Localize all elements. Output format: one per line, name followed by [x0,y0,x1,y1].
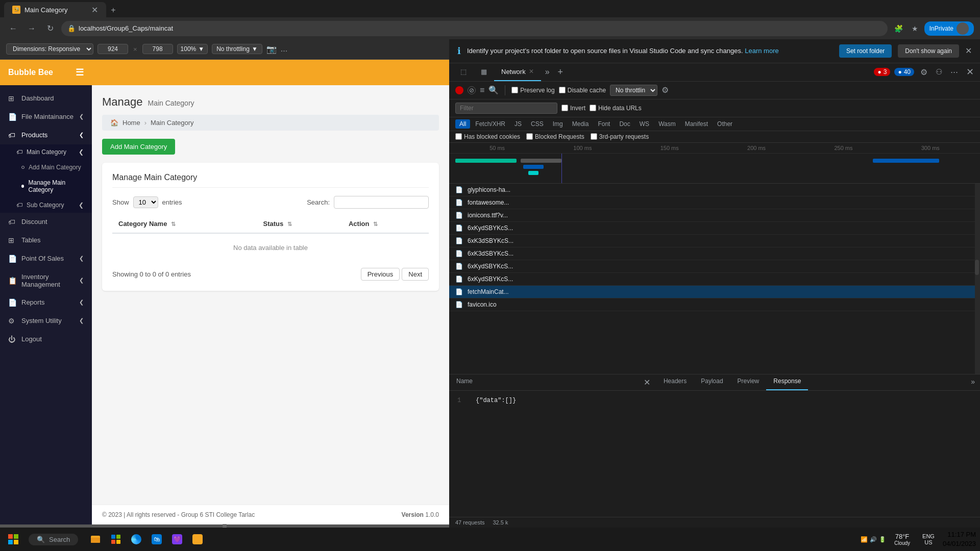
detail-close-icon[interactable]: ✕ [638,374,656,390]
type-btn-img[interactable]: Img [549,119,567,129]
address-bar[interactable]: 🔒 localhost/Group6_Caps/maincat [61,21,888,36]
col-category-name[interactable]: Category Name ⇅ [112,215,257,233]
filter-icon[interactable]: ≡ [480,86,484,95]
viewport-height-input[interactable] [142,44,173,54]
invert-input[interactable] [561,105,568,111]
active-tab[interactable]: 🐝 Main Category ✕ [4,2,106,17]
file-item-ionicons[interactable]: 📄 ionicons.ttf?v... [449,209,980,222]
sidebar-item-logout[interactable]: ⏻ Logout [0,330,92,348]
third-party-filter[interactable]: 3rd-party requests [591,133,649,140]
detail-tab-name[interactable]: Name [449,374,480,390]
devtools-close-icon[interactable]: ✕ [964,66,976,78]
throttle-selector[interactable]: No throttling ▼ [212,44,262,54]
invert-checkbox[interactable]: Invert [561,105,585,112]
has-blocked-cookies[interactable]: Has blocked cookies [455,133,520,140]
sidebar-item-sub-category[interactable]: 🏷 Sub Category ❮ [0,197,92,213]
file-item-6xkyd3[interactable]: 📄 6xKydSBYKcS... [449,273,980,286]
taskbar-search-bar[interactable]: 🔍 Search [29,534,78,545]
col-action[interactable]: Action ⇅ [342,215,429,233]
type-btn-fetch[interactable]: Fetch/XHR [471,119,509,129]
sidebar-item-discount[interactable]: 🏷 Discount [0,213,92,231]
search-input[interactable] [334,196,429,209]
tab-close-icon[interactable]: ✕ [91,5,98,15]
more-tabs-icon[interactable]: » [541,67,554,77]
devtools-settings-icon[interactable]: ⚙ [918,67,929,77]
type-btn-all[interactable]: All [455,119,470,129]
file-item-6xkyd1[interactable]: 📄 6xKydSBYKcS... [449,222,980,235]
record-button[interactable] [455,86,463,94]
blocked-requests-filter[interactable]: Blocked Requests [526,133,584,140]
scrollbar-thumb[interactable] [975,260,979,275]
detail-expand-icon[interactable]: » [966,374,980,390]
detail-tab-payload[interactable]: Payload [694,374,730,390]
type-btn-wasm[interactable]: Wasm [654,119,680,129]
type-btn-doc[interactable]: Doc [615,119,634,129]
filter-input[interactable] [455,103,557,114]
network-tab-close[interactable]: ✕ [529,68,534,75]
refresh-button[interactable]: ↻ [43,21,57,36]
preserve-log-input[interactable] [511,87,518,93]
sidebar-item-main-category[interactable]: 🏷 Main Category ❮ [0,144,92,160]
file-item-6xkyd2[interactable]: 📄 6xKydSBYKcS... [449,260,980,273]
sidebar-item-inventory[interactable]: 📋 Inventory Management ❮ [0,268,92,293]
sidebar-item-manage-main-cat[interactable]: Manage Main Category [0,175,92,197]
start-button[interactable] [4,530,22,548]
file-item-6xk3d1[interactable]: 📄 6xK3dSBYKcS... [449,235,980,247]
next-button[interactable]: Next [402,268,429,281]
tab-network[interactable]: Network ✕ [494,63,541,81]
viewport-width-input[interactable] [97,44,128,54]
taskbar-icon-extra[interactable] [188,530,207,548]
inprivate-button[interactable]: InPrivate [924,21,974,36]
taskbar-icon-vs[interactable]: 💜 [168,530,186,548]
back-button[interactable]: ← [6,21,20,36]
detail-tab-preview[interactable]: Preview [730,374,767,390]
file-item-fetchmaincat[interactable]: 📄 fetchMainCat... [449,286,980,298]
breadcrumb-home[interactable]: Home [122,119,140,127]
has-blocked-input[interactable] [455,133,462,140]
dimensions-select[interactable]: Dimensions: Responsive [6,43,93,55]
taskbar-icon-apps[interactable] [107,530,125,548]
throttle-dropdown[interactable]: No throttlin [610,85,657,96]
hide-data-urls-input[interactable] [590,105,596,111]
disable-cache-checkbox[interactable]: Disable cache [559,87,606,94]
type-btn-manifest[interactable]: Manifest [681,119,712,129]
network-gear-icon[interactable]: ⚙ [662,85,669,95]
sidebar-item-products[interactable]: 🏷 Products ❮ [0,126,92,144]
type-btn-js[interactable]: JS [510,119,526,129]
favorites-button[interactable]: ★ [908,21,922,36]
type-btn-css[interactable]: CSS [527,119,548,129]
extensions-button[interactable]: 🧩 [892,21,906,36]
search-icon[interactable]: 🔍 [488,85,499,95]
new-tab-button[interactable]: + [106,3,120,17]
file-item-fontawesome[interactable]: 📄 fontawesome... [449,196,980,209]
hamburger-icon[interactable]: ☰ [76,67,84,78]
vscode-close-icon[interactable]: ✕ [965,46,972,56]
set-root-folder-button[interactable]: Set root folder [839,44,892,58]
scrollbar-track[interactable] [975,184,980,374]
file-item-glyphicons[interactable]: 📄 glyphicons-ha... [449,184,980,196]
more-options-icon[interactable]: ... [281,44,287,54]
network-file-list[interactable]: 📄 glyphicons-ha... 📄 fontawesome... 📄 io… [449,184,980,374]
third-party-input[interactable] [591,133,597,140]
sidebar-item-system-utility[interactable]: ⚙ System Utility ❮ [0,312,92,330]
detail-tab-headers[interactable]: Headers [656,374,694,390]
file-item-favicon[interactable]: 📄 favicon.ico [449,298,980,311]
tab-elements[interactable]: ⬚ [453,63,474,81]
tab-console[interactable]: ▦ [474,63,494,81]
taskbar-icon-browser[interactable] [127,530,145,548]
dont-show-again-button[interactable]: Don't show again [898,44,959,58]
type-btn-ws[interactable]: WS [635,119,653,129]
add-main-category-button[interactable]: Add Main Category [102,139,175,155]
type-btn-font[interactable]: Font [594,119,614,129]
entries-select[interactable]: 10 25 50 [133,196,158,208]
file-item-6xk3d2[interactable]: 📄 6xK3dSBYKcS... [449,247,980,260]
screenshot-icon[interactable]: 📷 [266,44,277,54]
more-options-icon[interactable]: ⋯ [948,67,960,77]
sidebar-item-dashboard[interactable]: ⊞ Dashboard [0,89,92,108]
col-status[interactable]: Status ⇅ [257,215,342,233]
type-btn-media[interactable]: Media [568,119,593,129]
sidebar-item-tables[interactable]: ⊞ Tables [0,231,92,249]
stop-button[interactable]: ⊘ [468,86,476,94]
broadcast-icon[interactable]: ⚇ [934,67,944,77]
disable-cache-input[interactable] [559,87,566,93]
